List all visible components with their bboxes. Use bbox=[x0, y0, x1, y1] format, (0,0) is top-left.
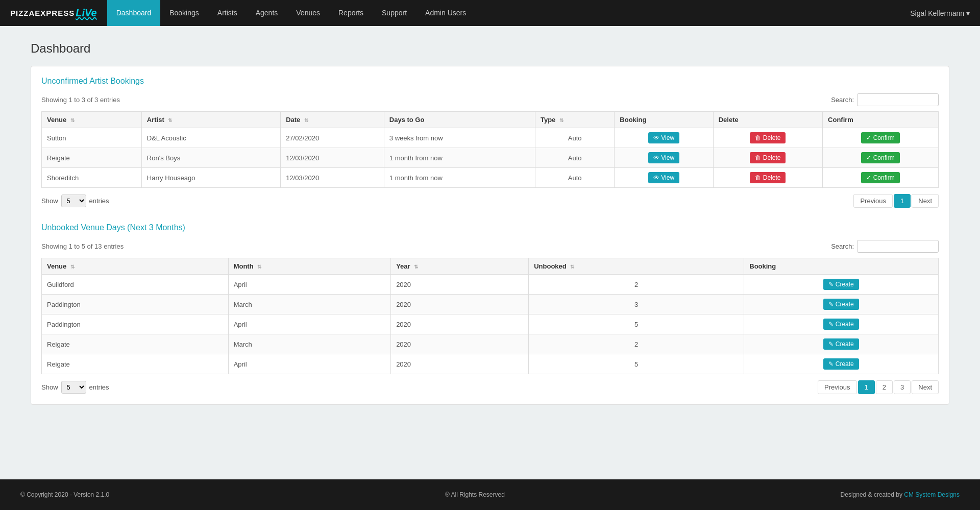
sort-type-icon[interactable]: ⇅ bbox=[559, 117, 564, 123]
nav-item-bookings[interactable]: Bookings bbox=[160, 0, 208, 26]
nav-item-admin-users[interactable]: Admin Users bbox=[416, 0, 475, 26]
unconfirmed-show-entries: Show 5 10 25 entries bbox=[41, 195, 109, 207]
unbooked-row: Guildford April 2020 2 ✎ Create bbox=[42, 275, 939, 295]
col-booking: Booking bbox=[615, 112, 713, 128]
unconfirmed-search-container: Search: bbox=[831, 93, 939, 106]
create-button[interactable]: ✎ Create bbox=[823, 299, 859, 310]
col-delete: Delete bbox=[713, 112, 822, 128]
delete-button[interactable]: 🗑 Delete bbox=[750, 132, 786, 143]
nav-item-reports[interactable]: Reports bbox=[329, 0, 373, 26]
sort-date-icon[interactable]: ⇅ bbox=[304, 117, 308, 123]
col-date: Date ⇅ bbox=[281, 112, 384, 128]
unconfirmed-show-select[interactable]: 5 10 25 bbox=[61, 195, 86, 207]
unbooked-row: Paddington March 2020 3 ✎ Create bbox=[42, 295, 939, 314]
unconfirmed-row: Shoreditch Harry Houseago 12/03/2020 1 m… bbox=[42, 168, 939, 188]
nav-item-venues[interactable]: Venues bbox=[287, 0, 329, 26]
unconfirmed-row: Reigate Ron's Boys 12/03/2020 1 month fr… bbox=[42, 148, 939, 168]
unbooked-next-button[interactable]: Next bbox=[912, 380, 939, 394]
footer-rights: ® All Rights Reserved bbox=[445, 491, 505, 498]
ub-booking-cell: ✎ Create bbox=[744, 354, 939, 374]
unbooked-show-select[interactable]: 5 10 25 bbox=[61, 381, 86, 394]
confirm-button[interactable]: ✓ Confirm bbox=[861, 132, 899, 143]
uc-days-cell: 1 month from now bbox=[384, 148, 535, 168]
unbooked-table-bottom: Show 5 10 25 entries Previous 1 2 3 Next bbox=[41, 380, 939, 394]
confirm-button[interactable]: ✓ Confirm bbox=[861, 152, 899, 163]
unbooked-prev-button[interactable]: Previous bbox=[818, 380, 857, 394]
unconfirmed-next-button[interactable]: Next bbox=[912, 194, 939, 208]
page-title: Dashboard bbox=[31, 41, 949, 56]
col-ub-year: Year ⇅ bbox=[391, 258, 529, 275]
confirm-button[interactable]: ✓ Confirm bbox=[861, 172, 899, 183]
delete-button[interactable]: 🗑 Delete bbox=[750, 172, 786, 183]
uc-artist-cell: Ron's Boys bbox=[141, 148, 280, 168]
nav-item-agents[interactable]: Agents bbox=[247, 0, 287, 26]
create-button[interactable]: ✎ Create bbox=[823, 279, 859, 290]
nav-logo: PIZZAEXPRESS LiVe bbox=[10, 7, 97, 19]
ub-year-cell: 2020 bbox=[391, 275, 529, 295]
ub-show-label: Show bbox=[41, 383, 58, 391]
view-button[interactable]: 👁 View bbox=[648, 152, 679, 163]
col-days-to-go: Days to Go bbox=[384, 112, 535, 128]
footer-designer-link[interactable]: CM System Designs bbox=[904, 491, 960, 498]
nav-item-dashboard[interactable]: Dashboard bbox=[107, 0, 161, 26]
unconfirmed-row: Sutton D&L Acoustic 27/02/2020 3 weeks f… bbox=[42, 128, 939, 148]
uc-delete-cell: 🗑 Delete bbox=[713, 128, 822, 148]
ub-month-cell: April bbox=[228, 314, 391, 334]
unconfirmed-page-1-button[interactable]: 1 bbox=[894, 194, 911, 208]
unconfirmed-showing: Showing 1 to 3 of 3 entries bbox=[41, 96, 120, 104]
ub-month-cell: April bbox=[228, 275, 391, 295]
unbooked-row: Paddington April 2020 5 ✎ Create bbox=[42, 314, 939, 334]
uc-delete-cell: 🗑 Delete bbox=[713, 148, 822, 168]
unbooked-pagination: Previous 1 2 3 Next bbox=[818, 380, 939, 394]
sort-ub-venue-icon[interactable]: ⇅ bbox=[70, 264, 75, 270]
unbooked-row: Reigate March 2020 2 ✎ Create bbox=[42, 334, 939, 354]
uc-date-cell: 12/03/2020 bbox=[281, 148, 384, 168]
sort-ub-unbooked-icon[interactable]: ⇅ bbox=[570, 264, 574, 270]
footer-designed: Designed & created by CM System Designs bbox=[841, 491, 960, 498]
unconfirmed-prev-button[interactable]: Previous bbox=[853, 194, 893, 208]
ub-entries-label: entries bbox=[89, 383, 109, 391]
uc-days-cell: 1 month from now bbox=[384, 168, 535, 188]
user-menu[interactable]: Sigal Kellermann bbox=[910, 9, 970, 17]
uc-confirm-cell: ✓ Confirm bbox=[823, 128, 939, 148]
view-button[interactable]: 👁 View bbox=[648, 172, 679, 183]
nav-item-support[interactable]: Support bbox=[373, 0, 416, 26]
create-button[interactable]: ✎ Create bbox=[823, 319, 859, 330]
unconfirmed-pagination: Previous 1 Next bbox=[853, 194, 939, 208]
ub-month-cell: March bbox=[228, 334, 391, 354]
uc-date-cell: 27/02/2020 bbox=[281, 128, 384, 148]
nav-item-artists[interactable]: Artists bbox=[208, 0, 247, 26]
col-ub-booking: Booking bbox=[744, 258, 939, 275]
unconfirmed-section-title: Unconfirmed Artist Bookings bbox=[41, 77, 939, 86]
create-button[interactable]: ✎ Create bbox=[823, 338, 859, 350]
uc-confirm-cell: ✓ Confirm bbox=[823, 168, 939, 188]
unbooked-table: Venue ⇅ Month ⇅ Year ⇅ Unbooked ⇅ Bookin… bbox=[41, 258, 939, 374]
unbooked-showing: Showing 1 to 5 of 13 entries bbox=[41, 242, 124, 250]
logo-live: LiVe bbox=[76, 7, 97, 19]
col-type: Type ⇅ bbox=[535, 112, 614, 128]
uc-confirm-cell: ✓ Confirm bbox=[823, 148, 939, 168]
ub-unbooked-cell: 5 bbox=[529, 314, 744, 334]
sort-ub-year-icon[interactable]: ⇅ bbox=[414, 264, 418, 270]
uc-date-cell: 12/03/2020 bbox=[281, 168, 384, 188]
unbooked-page-2-button[interactable]: 2 bbox=[876, 380, 893, 394]
unconfirmed-search-input[interactable] bbox=[857, 93, 939, 106]
unbooked-section-title: Unbooked Venue Days (Next 3 Months) bbox=[41, 223, 939, 232]
unbooked-search-input[interactable] bbox=[857, 240, 939, 253]
ub-booking-cell: ✎ Create bbox=[744, 295, 939, 314]
ub-venue-cell: Paddington bbox=[42, 314, 229, 334]
unbooked-page-1-button[interactable]: 1 bbox=[858, 380, 875, 394]
uc-venue-cell: Shoreditch bbox=[42, 168, 142, 188]
unconfirmed-search-label: Search: bbox=[831, 96, 854, 104]
unbooked-page-3-button[interactable]: 3 bbox=[894, 380, 911, 394]
sort-artist-icon[interactable]: ⇅ bbox=[168, 117, 172, 123]
col-artist: Artist ⇅ bbox=[141, 112, 280, 128]
sort-venue-icon[interactable]: ⇅ bbox=[70, 117, 75, 123]
uc-type-cell: Auto bbox=[535, 168, 614, 188]
unbooked-row: Reigate April 2020 5 ✎ Create bbox=[42, 354, 939, 374]
sort-ub-month-icon[interactable]: ⇅ bbox=[257, 264, 261, 270]
view-button[interactable]: 👁 View bbox=[648, 132, 679, 143]
delete-button[interactable]: 🗑 Delete bbox=[750, 152, 786, 163]
create-button[interactable]: ✎ Create bbox=[823, 358, 859, 370]
uc-artist-cell: Harry Houseago bbox=[141, 168, 280, 188]
